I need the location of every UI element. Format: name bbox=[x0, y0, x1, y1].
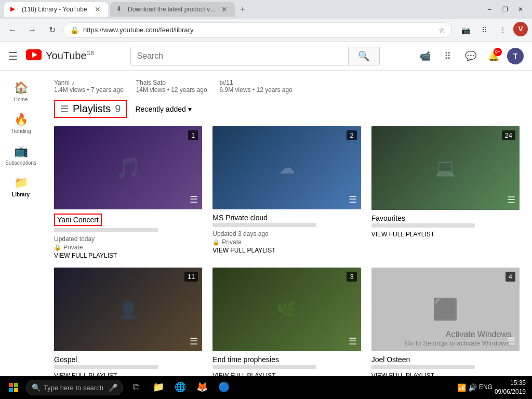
playlist-menu-end: ☰ bbox=[349, 336, 357, 347]
chrome-icon: 🔵 bbox=[218, 381, 230, 393]
playlist-private-yani: 🔒 Private bbox=[54, 244, 202, 251]
playlist-card-gospel[interactable]: 👤 11 ☰ Gospel VIEW FULL PLAYLIST bbox=[54, 268, 202, 376]
taskbar-search-placeholder: Type here to search bbox=[44, 384, 103, 392]
svg-rect-2 bbox=[9, 383, 13, 387]
hamburger-menu[interactable]: ☰ bbox=[8, 50, 18, 62]
browser-titlebar: ▶ (110) Library - YouTube ✕ ⬇ Download t… bbox=[0, 0, 532, 19]
playlist-thumb-end: 🌿 3 ☰ bbox=[212, 268, 361, 351]
playlist-count-yani: 1 bbox=[188, 130, 198, 140]
playlist-thumb-fav: 💻 24 ☰ bbox=[371, 126, 520, 210]
volume-icon: 🔊 bbox=[468, 383, 477, 392]
top-video-1: Yanni ♪ 1.4M views • 7 years ago bbox=[54, 79, 124, 94]
back-button[interactable]: ← bbox=[4, 22, 21, 38]
browser-icon: 🌐 bbox=[175, 381, 186, 393]
sort-button[interactable]: Recently added ▾ bbox=[135, 105, 191, 113]
library-icon: 📁 bbox=[14, 176, 28, 190]
video-camera-button[interactable]: 📹 bbox=[416, 47, 434, 65]
youtube-logo-text: YouTubeGB bbox=[46, 50, 94, 62]
playlist-grid: 🎵 1 ☰ Yani Concert Updated today bbox=[54, 126, 520, 376]
playlist-card-joel[interactable]: ⬛ 4 ☰ Joel Osteen VIEW FULL PLAYLIST bbox=[371, 268, 520, 376]
window-controls: – ❐ ✕ bbox=[482, 4, 528, 15]
playlist-card-end[interactable]: 🌿 3 ☰ End time prophesies VIEW FULL PLAY… bbox=[212, 268, 361, 376]
playlist-thumb-yani: 🎵 1 ☰ bbox=[54, 126, 202, 209]
sidebar: 🏠 Home 🔥 Trending 📺 Subscriptions 📁 Libr… bbox=[0, 71, 42, 376]
network-icon: 📶 bbox=[457, 383, 466, 392]
top-video-2: Thais Sato 14M views • 12 years ago bbox=[136, 79, 207, 94]
playlist-card-ms[interactable]: ☁ 2 ☰ MS Private cloud Updated 3 days ag… bbox=[212, 126, 361, 259]
close-button[interactable]: ✕ bbox=[513, 4, 528, 15]
playlist-meta-blur-fav bbox=[371, 223, 475, 228]
view-playlist-yani[interactable]: VIEW FULL PLAYLIST bbox=[54, 252, 202, 259]
playlist-meta-blur-gospel bbox=[54, 365, 158, 369]
messages-button[interactable]: 💬 bbox=[461, 47, 480, 65]
notifications-button[interactable]: 🔔 9+ bbox=[484, 47, 503, 65]
playlist-card-fav[interactable]: 💻 24 ☰ Favourites VIEW FULL PLAYLIST bbox=[371, 126, 520, 259]
maximize-button[interactable]: ❐ bbox=[498, 4, 512, 15]
address-url: https://www.youtube.com/feed/library bbox=[83, 26, 434, 34]
view-playlist-ms[interactable]: VIEW FULL PLAYLIST bbox=[212, 247, 361, 254]
youtube-logo-icon bbox=[26, 49, 42, 63]
search-input[interactable] bbox=[131, 47, 348, 65]
browser-tab-active[interactable]: ▶ (110) Library - YouTube ✕ bbox=[4, 2, 108, 17]
playlist-name-highlight: Yani Concert bbox=[54, 214, 102, 226]
address-bar[interactable]: 🔒 https://www.youtube.com/feed/library ☆ bbox=[63, 22, 452, 38]
sidebar-item-trending[interactable]: 🔥 Trending bbox=[0, 109, 42, 138]
cast-icon[interactable]: 📷 bbox=[457, 22, 474, 38]
view-playlist-gospel[interactable]: VIEW FULL PLAYLIST bbox=[54, 372, 202, 376]
tab-title-inactive: Download the latest product ver... bbox=[128, 6, 217, 13]
sidebar-item-home[interactable]: 🏠 Home bbox=[0, 77, 42, 107]
forward-button[interactable]: → bbox=[24, 22, 41, 38]
playlist-count-gospel: 11 bbox=[184, 272, 198, 282]
svg-rect-3 bbox=[14, 383, 18, 387]
taskbar-right: 📶 🔊 ENG 15:35 09/06/2019 bbox=[457, 379, 530, 396]
sidebar-item-library[interactable]: 📁 Library bbox=[0, 172, 42, 202]
playlist-name-yani: Yani Concert bbox=[57, 216, 99, 224]
view-playlist-end[interactable]: VIEW FULL PLAYLIST bbox=[212, 372, 361, 376]
taskbar-app-chrome[interactable]: 🔵 bbox=[214, 376, 234, 399]
youtube-logo[interactable]: YouTubeGB bbox=[26, 49, 94, 63]
home-icon: 🏠 bbox=[14, 81, 28, 95]
start-button[interactable] bbox=[2, 376, 25, 399]
taskbar-search[interactable]: 🔍 Type here to search 🎤 bbox=[26, 380, 123, 395]
top-videos-row: Yanni ♪ 1.4M views • 7 years ago Thais S… bbox=[54, 79, 520, 94]
taskbar-app-browser[interactable]: 🌐 bbox=[170, 376, 191, 399]
tab-close-inactive[interactable]: ✕ bbox=[220, 4, 229, 15]
playlist-thumb-joel: ⬛ 4 ☰ bbox=[371, 268, 520, 351]
view-playlist-joel[interactable]: VIEW FULL PLAYLIST bbox=[371, 372, 520, 376]
taskbar-app-firefox[interactable]: 🦊 bbox=[192, 376, 212, 399]
taskbar-app-task-view[interactable]: ⧉ bbox=[126, 376, 147, 399]
playlist-menu-ms: ☰ bbox=[349, 194, 357, 205]
sidebar-trending-label: Trending bbox=[10, 128, 31, 134]
sidebar-home-label: Home bbox=[14, 97, 28, 102]
playlist-thumb-gospel: 👤 11 ☰ bbox=[54, 268, 202, 351]
browser-tab-inactive[interactable]: ⬇ Download the latest product ver... ✕ bbox=[110, 2, 235, 17]
apps-grid-button[interactable]: ⠿ bbox=[438, 47, 457, 65]
notification-count: 9+ bbox=[494, 48, 502, 56]
taskbar-app-file-explorer[interactable]: 📁 bbox=[148, 376, 169, 399]
more-icon[interactable]: ⋮ bbox=[495, 22, 511, 38]
playlist-menu-fav: ☰ bbox=[507, 194, 515, 206]
sidebar-library-label: Library bbox=[12, 192, 30, 197]
view-playlist-fav[interactable]: VIEW FULL PLAYLIST bbox=[371, 231, 520, 238]
tab-close-active[interactable]: ✕ bbox=[94, 4, 102, 15]
firefox-icon: 🦊 bbox=[196, 381, 208, 393]
search-bar[interactable] bbox=[130, 47, 349, 65]
search-button[interactable]: 🔍 bbox=[349, 47, 380, 65]
playlist-private-ms: 🔒 Private bbox=[212, 238, 361, 246]
sidebar-item-subscriptions[interactable]: 📺 Subscriptions bbox=[0, 140, 42, 170]
new-tab-button[interactable]: + bbox=[237, 4, 249, 15]
playlist-meta-blur-end bbox=[212, 365, 316, 369]
user-avatar[interactable]: T bbox=[507, 48, 524, 64]
playlist-card-yani[interactable]: 🎵 1 ☰ Yani Concert Updated today bbox=[54, 126, 202, 259]
minimize-button[interactable]: – bbox=[482, 4, 497, 15]
playlists-icon: ☰ bbox=[60, 103, 69, 115]
svg-rect-4 bbox=[9, 388, 13, 392]
playlist-meta-blur-ms bbox=[212, 223, 316, 227]
apps-icon[interactable]: ⠿ bbox=[476, 22, 493, 38]
tab-favicon-download: ⬇ bbox=[116, 5, 125, 14]
refresh-button[interactable]: ↻ bbox=[44, 22, 60, 38]
playlist-name-fav: Favourites bbox=[371, 214, 520, 222]
taskbar: 🔍 Type here to search 🎤 ⧉ 📁 🌐 🦊 🔵 📶 bbox=[0, 376, 532, 399]
taskbar-system-icons: 📶 🔊 ENG bbox=[457, 383, 493, 392]
profile-icon[interactable]: V bbox=[513, 22, 528, 36]
